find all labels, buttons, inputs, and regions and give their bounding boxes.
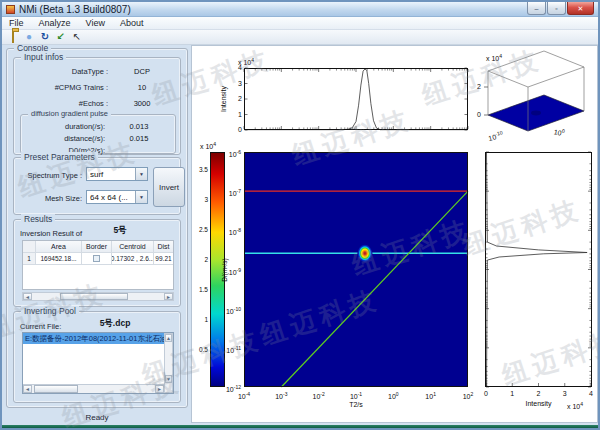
menu-view[interactable]: View [86, 18, 105, 28]
map-x-tick: 10-3 [272, 390, 290, 401]
right-x-tick: 2 [533, 390, 545, 398]
col-border: Border [82, 241, 112, 252]
top-ylabel: Intensity [220, 79, 228, 119]
col-rowhdr [23, 241, 36, 252]
diffusion-group: diffusion gradient pulse duration(/s): 0… [20, 114, 176, 154]
colorbar-tick: 0.5 [192, 346, 208, 354]
chevron-down-icon[interactable]: ▼ [135, 191, 147, 203]
top-y-tick: 0 [232, 126, 242, 134]
scroll-right-icon[interactable]: ► [155, 385, 164, 393]
window-bottom-edge [2, 425, 598, 428]
table-header-row: Area Border Centroid Dist [23, 241, 173, 253]
pool-vscrollbar[interactable]: ▲ ▼ [164, 333, 173, 393]
results-hscrollbar[interactable]: ◄ ► [22, 292, 174, 301]
scrollbar-thumb[interactable] [60, 293, 128, 300]
pool-list-item[interactable]: E:数据备份-2012年08(2012-11-01东北石油大学检测数据 [23, 333, 164, 344]
map-y-tick: 10-10 [224, 305, 241, 316]
current-file-label: Current File: [20, 322, 72, 331]
map-y-tick: 10-12 [224, 383, 241, 394]
3d-corner-tick: 100 [553, 125, 565, 138]
results-group: Results Inversion Result of 5号 Area Bord… [13, 219, 181, 307]
colorbar-tick: 2.5 [192, 226, 208, 234]
echos-value: 3000 [110, 99, 174, 108]
export-icon[interactable]: ↙ [54, 31, 68, 44]
menu-bar: File Analyze View About [2, 17, 598, 30]
d-t2-map [244, 152, 468, 387]
distance-label: distance(/s): [25, 134, 105, 143]
colorbar-tick: 1 [192, 316, 208, 324]
map-x-tick: 10-1 [347, 390, 365, 401]
cpmg-trains-label: #CPMG Trains : [16, 83, 108, 92]
preset-parameters-group: Preset Parameters Spectrum Type : surf ▼… [13, 157, 181, 215]
close-button[interactable]: ✕ [567, 2, 594, 15]
map-y-tick: 10-6 [224, 148, 241, 159]
mesh-size-combo[interactable]: 64 x 64 (... ▼ [86, 190, 148, 204]
border-checkbox[interactable] [93, 255, 100, 262]
col-dist: Dist [154, 241, 173, 252]
open-folder-icon[interactable] [6, 31, 20, 44]
menu-analyze[interactable]: Analyze [39, 18, 71, 28]
row-number: 1 [23, 253, 36, 264]
chevron-down-icon[interactable]: ▼ [135, 168, 147, 180]
right-multiplier-label: x 104 [567, 400, 583, 411]
pool-hscrollbar[interactable]: ◄ ► [23, 384, 165, 393]
distance-value: 0.015 [109, 134, 169, 143]
scroll-right-icon[interactable]: ► [164, 293, 173, 300]
centroid-cell: 0.17302 , 2.6... [112, 253, 154, 264]
table-row[interactable]: 1 169452.18... 0.17302 , 2.6... 99.21 [23, 253, 173, 265]
d-projection-plot [485, 152, 592, 387]
inversion-result-label: Inversion Result of [20, 229, 90, 238]
map-ylabel: D/(m²/s) [221, 250, 229, 290]
inverting-pool-group: Inverting Pool Current File: 5号.dcp E:数据… [13, 311, 181, 403]
toolbar: ● ↻ ↙ ↖ [2, 30, 598, 45]
status-text: Ready [42, 413, 152, 422]
3d-z-tick: 2 [473, 83, 481, 91]
results-label: Results [21, 214, 55, 224]
spectrum-type-label: Spectrum Type : [16, 171, 82, 180]
scroll-up-icon[interactable]: ▲ [165, 334, 172, 342]
spectrum-type-combo[interactable]: surf ▼ [86, 167, 148, 181]
echos-label: #Echos : [16, 99, 108, 108]
scroll-down-icon[interactable]: ▼ [165, 375, 172, 383]
right-x-tick: 0 [480, 390, 492, 398]
title-bar[interactable]: NMi (Beta 1.3 Build0807) [2, 2, 598, 17]
preset-parameters-label: Preset Parameters [21, 152, 98, 162]
top-y-tick: 3 [232, 80, 242, 88]
menu-about[interactable]: About [120, 18, 144, 28]
colorbar-tick: 3 [192, 196, 208, 204]
invert-button[interactable]: Invert [153, 167, 185, 207]
map-y-tick: 10-11 [224, 344, 241, 355]
3d-multiplier-label: x 104 [486, 52, 502, 63]
map-x-tick: 10-2 [310, 390, 328, 401]
window-buttons: – ▫ ✕ [526, 2, 594, 15]
col-centroid: Centroid [112, 241, 154, 252]
inversion-result-value: 5号 [100, 226, 140, 235]
rotate-3d-icon[interactable]: ↻ [38, 31, 52, 44]
pointer-icon[interactable]: ↖ [70, 31, 84, 44]
maximize-button[interactable]: ▫ [547, 2, 566, 15]
duration-label: duration(/s): [25, 122, 105, 131]
mesh-size-value: 64 x 64 (... [90, 193, 134, 202]
menu-file[interactable]: File [9, 18, 24, 28]
scroll-left-icon[interactable]: ◄ [23, 293, 32, 300]
snapshot-icon[interactable]: ● [22, 31, 36, 44]
app-icon [6, 5, 15, 14]
mesh-size-label: Mesh Size: [16, 194, 82, 203]
top-multiplier-label: x 104 [238, 56, 254, 67]
colorbar-tick: 2 [192, 256, 208, 264]
spectrum-type-value: surf [90, 170, 103, 179]
area-cell: 169452.18... [36, 253, 82, 264]
t2-projection-plot [244, 68, 468, 130]
right-xlabel: Intensity [522, 400, 556, 408]
pool-listbox[interactable]: E:数据备份-2012年08(2012-11-01东北石油大学检测数据 ▲ ▼ … [22, 332, 174, 394]
datatype-value: DCP [110, 67, 174, 76]
map-x-tick: 101 [422, 390, 440, 401]
scroll-left-icon[interactable]: ◄ [23, 385, 32, 393]
datatype-label: DataType : [16, 67, 108, 76]
scrollbar-thumb[interactable] [34, 385, 78, 393]
results-table: Area Border Centroid Dist 1 169452.18...… [22, 240, 174, 290]
minimize-button[interactable]: – [527, 2, 546, 15]
border-cell [82, 253, 112, 264]
map-y-tick: 10-7 [224, 187, 241, 198]
map-x-tick: 102 [459, 390, 477, 401]
